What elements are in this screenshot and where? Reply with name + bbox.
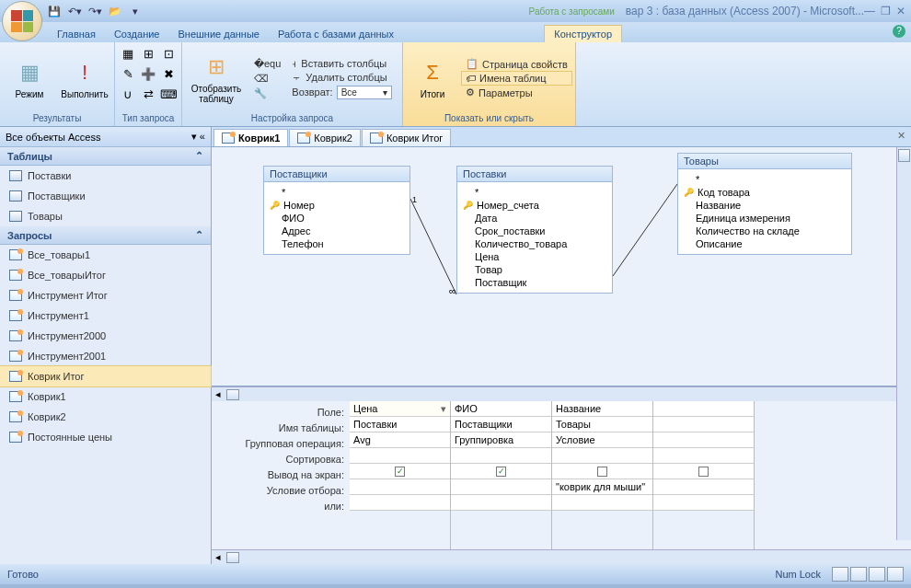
- field-row[interactable]: Название: [684, 199, 846, 212]
- checkbox[interactable]: [597, 467, 607, 477]
- totals-button[interactable]: Σ Итоги: [407, 56, 458, 101]
- tab-home[interactable]: Главная: [48, 26, 105, 42]
- field-row[interactable]: 🔑Код товара: [684, 186, 846, 199]
- design-view-button[interactable]: [869, 567, 885, 582]
- show-cell[interactable]: [653, 464, 754, 479]
- field-row[interactable]: Поставщик: [463, 276, 606, 289]
- field-row[interactable]: 🔑Номер_счета: [463, 199, 606, 212]
- tab-dbtools[interactable]: Работа с базами данных: [269, 26, 403, 42]
- or-cell[interactable]: [451, 495, 551, 511]
- field-row[interactable]: Цена: [463, 250, 606, 263]
- grid-column[interactable]: [653, 401, 755, 549]
- grid-column[interactable]: Цена ▾ПоставкиAvg✓: [350, 401, 451, 549]
- nav-query-item[interactable]: Коврик Итог: [0, 366, 211, 386]
- save-icon[interactable]: 💾: [46, 3, 63, 19]
- field-row[interactable]: Адрес: [270, 225, 404, 237]
- tab-design[interactable]: Конструктор: [544, 25, 622, 42]
- field-row[interactable]: Количество_товара: [463, 237, 606, 250]
- help-button[interactable]: ?: [893, 25, 905, 38]
- view-button[interactable]: ▦ Режим: [4, 56, 55, 101]
- delete-rows-button[interactable]: ⌫: [250, 72, 284, 86]
- field-row[interactable]: 🔑Номер: [270, 199, 404, 212]
- qat-more-icon[interactable]: ▾: [127, 3, 144, 19]
- nav-table-item[interactable]: Товары: [0, 206, 211, 226]
- maketable-icon[interactable]: ⊡: [159, 44, 178, 63]
- field-cell[interactable]: Цена ▾: [350, 401, 450, 417]
- nav-query-item[interactable]: Инструмент Итог: [0, 285, 211, 306]
- show-cell[interactable]: ✓: [350, 464, 450, 479]
- field-cell[interactable]: [653, 401, 754, 417]
- office-button[interactable]: [2, 1, 42, 41]
- field-cell[interactable]: Название: [552, 401, 652, 417]
- return-combo[interactable]: Все▾: [337, 86, 392, 99]
- field-row[interactable]: Телефон: [270, 237, 404, 250]
- close-tab-button[interactable]: ✕: [897, 130, 905, 142]
- restore-button[interactable]: ❐: [881, 5, 891, 17]
- field-row[interactable]: Товар: [463, 263, 606, 276]
- sort-cell[interactable]: [653, 448, 754, 464]
- or-cell[interactable]: [653, 495, 754, 511]
- field-row[interactable]: Дата: [463, 212, 606, 225]
- parameters-button[interactable]: ⚙Параметры: [462, 86, 571, 99]
- append-icon[interactable]: ➕: [139, 64, 157, 83]
- table-cell[interactable]: [653, 417, 754, 432]
- table-box[interactable]: Поставки*🔑Номер_счетаДатаСрок_поставкиКо…: [456, 166, 613, 294]
- run-button[interactable]: ! Выполнить: [59, 56, 110, 101]
- pivot-view-button[interactable]: [887, 567, 904, 582]
- nav-query-item[interactable]: Инструмент1: [0, 306, 211, 326]
- nav-query-item[interactable]: Инструмент2000: [0, 326, 211, 346]
- datadef-icon[interactable]: ⌨: [159, 85, 178, 103]
- doc-tab[interactable]: Коврик2: [289, 129, 361, 146]
- property-sheet-button[interactable]: 📋Страница свойств: [462, 57, 571, 71]
- table-names-button[interactable]: 🏷Имена таблиц: [462, 72, 571, 85]
- diagram-hscroll[interactable]: ◂: [212, 386, 911, 401]
- nav-cat-queries[interactable]: Запросы⌃: [0, 226, 211, 245]
- tab-external[interactable]: Внешние данные: [169, 26, 269, 42]
- criteria-cell[interactable]: [653, 479, 754, 495]
- field-row[interactable]: Единица измерения: [684, 212, 846, 225]
- group-cell[interactable]: Условие: [552, 432, 652, 448]
- sort-cell[interactable]: [451, 448, 551, 464]
- group-cell[interactable]: [653, 432, 754, 448]
- update-icon[interactable]: ✎: [119, 64, 137, 83]
- show-table-button[interactable]: ⊞ Отобразить таблицу: [186, 51, 247, 106]
- field-row[interactable]: Описание: [684, 237, 846, 250]
- criteria-cell[interactable]: "коврик для мыши": [552, 479, 652, 495]
- doc-tab[interactable]: Коврик Итог: [362, 129, 451, 146]
- redo-icon[interactable]: ↷▾: [86, 3, 103, 19]
- delete-cols-button[interactable]: ⫟Удалить столбцы: [288, 71, 395, 84]
- sort-cell[interactable]: [552, 448, 652, 464]
- nav-query-item[interactable]: Все_товары1: [0, 245, 211, 265]
- field-row[interactable]: Количество на складе: [684, 225, 846, 237]
- passthrough-icon[interactable]: ⇄: [139, 85, 157, 103]
- table-box[interactable]: Товары*🔑Код товараНазваниеЕдиница измере…: [677, 153, 852, 255]
- open-icon[interactable]: 📂: [107, 3, 123, 19]
- group-cell[interactable]: Avg: [350, 432, 450, 448]
- tab-create[interactable]: Создание: [105, 26, 169, 42]
- crosstab-icon[interactable]: ⊞: [139, 44, 157, 63]
- close-button[interactable]: ✕: [896, 5, 905, 17]
- show-cell[interactable]: ✓: [451, 464, 551, 479]
- checkbox[interactable]: ✓: [496, 467, 506, 477]
- or-cell[interactable]: [350, 495, 450, 511]
- group-cell[interactable]: Группировка: [451, 432, 551, 448]
- datasheet-view-button[interactable]: [832, 567, 848, 582]
- grid-column[interactable]: НазваниеТоварыУсловие"коврик для мыши": [552, 401, 653, 549]
- field-cell[interactable]: ФИО: [451, 401, 551, 417]
- doc-tab[interactable]: Коврик1: [213, 129, 288, 146]
- sql-view-button[interactable]: [850, 567, 867, 582]
- show-cell[interactable]: [552, 464, 652, 479]
- minimize-button[interactable]: —: [864, 5, 875, 17]
- criteria-cell[interactable]: [451, 479, 551, 495]
- undo-icon[interactable]: ↶▾: [66, 3, 83, 19]
- nav-query-item[interactable]: Постоянные цены: [0, 427, 211, 447]
- field-row[interactable]: *: [270, 186, 404, 199]
- nav-table-item[interactable]: Поставки: [0, 166, 211, 186]
- insert-rows-button[interactable]: �equ: [250, 57, 284, 71]
- union-icon[interactable]: ∪: [119, 85, 137, 103]
- nav-query-item[interactable]: Все_товарыИтог: [0, 265, 211, 285]
- delete-query-icon[interactable]: ✖: [159, 64, 178, 83]
- insert-cols-button[interactable]: ⫞Вставить столбцы: [288, 57, 395, 70]
- or-cell[interactable]: [552, 495, 652, 511]
- nav-header[interactable]: Все объекты Access ▾ «: [0, 127, 211, 147]
